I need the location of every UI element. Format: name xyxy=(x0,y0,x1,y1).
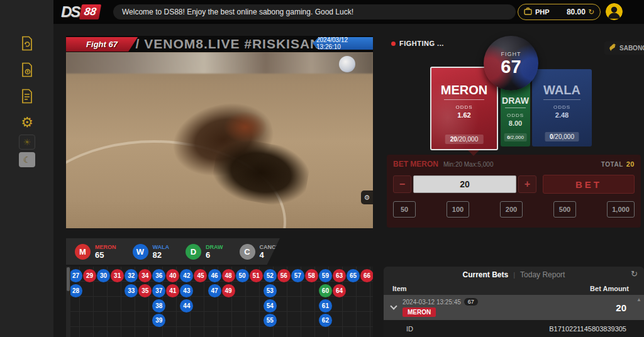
card-title: MERON xyxy=(441,83,487,97)
result-ball: 50 xyxy=(236,269,249,282)
result-ball: 47 xyxy=(208,284,221,297)
cancel-circle-icon: C xyxy=(240,244,255,260)
sun-icon: ☀ xyxy=(23,137,31,147)
bet-total: TOTAL20 xyxy=(601,160,635,168)
wallet-pill[interactable]: PHP 80.00 ↻ xyxy=(518,4,601,20)
app: ⚙ ☀ ☾ DS 88 Welcome to DS88! Enjoy the b… xyxy=(0,0,644,337)
stream-logo-watermark xyxy=(339,56,355,72)
result-ball: 52 xyxy=(264,269,277,282)
topbar: DS 88 Welcome to DS88! Enjoy the best on… xyxy=(53,0,644,24)
live-dot-icon xyxy=(391,41,396,46)
announcement-marquee: Welcome to DS88! Enjoy the best online s… xyxy=(113,4,516,19)
card-divider xyxy=(444,99,484,100)
summary-count: 65 xyxy=(95,251,116,259)
result-ball: 29 xyxy=(83,269,96,282)
stream-timestamp-badge: 2024/03/12 13:26:10 xyxy=(313,37,373,50)
crowd-strip xyxy=(66,52,373,74)
result-ball: 57 xyxy=(291,269,304,282)
dark-mode-button[interactable]: ☾ xyxy=(19,152,35,167)
bet-side-badge: MERON xyxy=(402,307,436,317)
bet-side-title: BET MERON xyxy=(393,160,438,168)
fight-number: 67 xyxy=(501,57,521,76)
summary-meron: M MERON 65 xyxy=(75,244,116,260)
summary-count: 82 xyxy=(153,251,170,259)
result-ball: 58 xyxy=(305,269,318,282)
bet-fight-badge: 67 xyxy=(464,298,478,306)
fight-number-sphere: FIGHT 67 xyxy=(484,36,538,91)
chip-500[interactable]: 500 xyxy=(553,201,576,218)
user-avatar[interactable] xyxy=(606,3,623,20)
result-ball: 62 xyxy=(319,314,332,327)
sidebar: ⚙ ☀ ☾ xyxy=(0,0,53,337)
tab-today-report[interactable]: Today Report xyxy=(520,270,565,279)
video-gear-icon: ⚙ xyxy=(364,194,370,202)
wala-circle-icon: W xyxy=(133,244,148,260)
bet-stepper: − + BET xyxy=(393,175,635,194)
result-ball: 33 xyxy=(125,284,138,297)
chip-200[interactable]: 200 xyxy=(500,201,523,218)
result-ball: 54 xyxy=(264,299,277,312)
draw-circle-icon: D xyxy=(186,244,201,260)
settings-button[interactable]: ⚙ xyxy=(18,113,36,132)
video-settings-tab[interactable]: ⚙ xyxy=(361,191,373,204)
scrollbar-thumb[interactable] xyxy=(67,267,70,291)
result-ball: 56 xyxy=(277,269,291,282)
bet-amount-input[interactable] xyxy=(413,175,516,193)
summary-count: 4 xyxy=(260,251,284,259)
bet-row[interactable]: 2024-03-12 13:25:45 67 MERON 20 ▲ xyxy=(384,295,644,320)
result-ball: 41 xyxy=(166,284,179,297)
document-refresh-icon xyxy=(20,36,34,51)
bets-refresh-icon[interactable]: ↻ xyxy=(631,269,638,279)
tab-current-bets[interactable]: Current Bets xyxy=(463,270,509,279)
tab-separator: | xyxy=(513,271,515,279)
result-ball: 27 xyxy=(69,269,82,282)
bet-id-label: ID xyxy=(406,325,413,333)
provider-badge: SABONG xyxy=(604,41,644,55)
card-title: DRAW xyxy=(502,96,529,106)
summary-count: 6 xyxy=(206,251,223,259)
result-ball: 55 xyxy=(264,314,277,327)
transactions-button[interactable] xyxy=(18,60,36,79)
scroll-up-icon[interactable]: ▲ xyxy=(636,297,641,302)
brand-logo[interactable]: DS 88 xyxy=(61,3,100,21)
bet-button[interactable]: BET xyxy=(543,175,635,194)
result-ball: 45 xyxy=(194,269,207,282)
column-item: Item xyxy=(392,285,407,292)
results-summary-bar: M MERON 65 W WALA 82 D DRAW 6 C CANCEL xyxy=(66,238,280,265)
logo-ds-text: DS xyxy=(61,3,79,21)
bets-column-headers: Item Bet Amount xyxy=(384,282,644,295)
result-ball: 37 xyxy=(152,284,165,297)
chevron-down-icon xyxy=(390,302,397,309)
wallet-balance: 80.00 xyxy=(567,8,586,16)
odds-label: ODDS xyxy=(455,104,472,110)
result-ball: 59 xyxy=(319,269,332,282)
results-scrollbar[interactable] xyxy=(66,267,70,337)
fight-status: FIGHTING ... xyxy=(391,40,444,47)
result-ball: 39 xyxy=(152,314,165,327)
wallet-currency: PHP xyxy=(535,8,550,16)
increase-bet-button[interactable]: + xyxy=(518,175,536,193)
result-ball: 66 xyxy=(360,269,373,282)
wallet-icon xyxy=(524,6,532,18)
chip-50[interactable]: 50 xyxy=(393,201,416,218)
decrease-bet-button[interactable]: − xyxy=(393,175,411,193)
fight-number-badge: Fight 67 xyxy=(66,37,138,52)
bets-tabs: Current Bets | Today Report ↻ xyxy=(384,267,644,282)
wala-bet-card[interactable]: WALA ODDS 2.48 0/20,000 xyxy=(532,69,592,146)
logo-88-text: 88 xyxy=(79,4,101,19)
card-bet-total: 20/20,000 xyxy=(445,135,484,144)
report-button[interactable] xyxy=(18,87,36,106)
light-mode-button[interactable]: ☀ xyxy=(19,135,35,150)
chip-100[interactable]: 100 xyxy=(447,201,469,218)
result-ball: 38 xyxy=(152,299,165,312)
result-ball: 44 xyxy=(180,299,193,312)
chip-1000[interactable]: 1,000 xyxy=(607,201,635,218)
document-list-icon xyxy=(20,89,34,104)
wallet-refresh-icon[interactable]: ↻ xyxy=(588,8,594,16)
selected-card-pointer xyxy=(468,150,479,156)
moon-icon: ☾ xyxy=(23,155,31,165)
meron-bet-card[interactable]: MERON ODDS 1.62 20/20,000 xyxy=(430,67,498,150)
live-video-player: UCUP4.LIVE / VENOM8.LIVE #RISKISAN xyxy=(66,36,373,228)
bet-records-button[interactable] xyxy=(18,34,36,53)
current-bets-panel: Current Bets | Today Report ↻ Item Bet A… xyxy=(384,267,644,337)
